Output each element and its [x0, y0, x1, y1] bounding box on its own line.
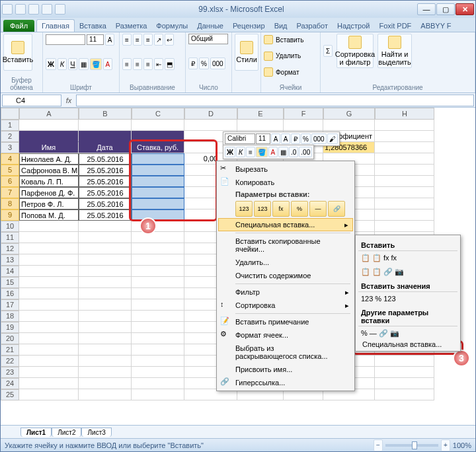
cell[interactable]	[375, 120, 434, 131]
row-header[interactable]: 2	[1, 131, 19, 142]
underline-button[interactable]: Ч	[68, 58, 77, 70]
sub-paste-0[interactable]: 📋	[361, 254, 370, 262]
row-header[interactable]: 10	[1, 221, 19, 232]
cell[interactable]	[19, 120, 79, 131]
cell[interactable]	[79, 333, 132, 344]
cell[interactable]	[237, 120, 284, 131]
cell[interactable]	[132, 266, 184, 277]
col-header[interactable]: A	[19, 108, 79, 120]
cell[interactable]	[19, 378, 79, 389]
ctx-cut[interactable]: ✂Вырезать	[218, 163, 353, 176]
mini-fill-icon[interactable]: 🪣	[256, 147, 268, 157]
sub-paste-4[interactable]: 📋	[361, 268, 370, 276]
tab-layout[interactable]: Разметка	[111, 20, 152, 32]
sub-val-0[interactable]: 123	[361, 295, 373, 303]
align-bot-icon[interactable]: ≡	[143, 34, 153, 46]
sort-filter-button[interactable]: Сортировка и фильтр	[337, 34, 374, 68]
row-header[interactable]: 23	[1, 367, 19, 378]
cell[interactable]	[184, 120, 237, 131]
mini-painter-icon[interactable]: 🖌	[327, 133, 338, 144]
cells-insert-button[interactable]: Вставить	[274, 34, 305, 46]
comma-icon[interactable]: 000	[210, 57, 225, 69]
qat-save-icon[interactable]	[15, 4, 26, 15]
cell[interactable]	[375, 187, 434, 198]
tab-home[interactable]: Главная	[36, 19, 75, 32]
row-header[interactable]: 21	[1, 344, 19, 356]
cell[interactable]	[375, 153, 434, 165]
sub-other-1[interactable]: —	[370, 329, 377, 338]
indent-dec-icon[interactable]: ⇤	[154, 58, 163, 70]
mini-dec-dec-icon[interactable]: .00	[299, 147, 312, 157]
cell[interactable]	[19, 333, 79, 344]
ctx-copy[interactable]: 📄Копировать	[218, 176, 353, 189]
qat-more-icon[interactable]	[55, 4, 65, 15]
ctx-hyperlink[interactable]: 🔗Гиперссылка...	[218, 376, 353, 389]
qat-undo-icon[interactable]	[28, 4, 39, 15]
col-header[interactable]: H	[375, 108, 434, 120]
cell[interactable]	[19, 254, 79, 266]
close-button[interactable]: ✕	[456, 3, 474, 15]
cell[interactable]: Попова М. Д.	[19, 209, 79, 221]
align-center-icon[interactable]: ≡	[133, 58, 142, 70]
tab-formulas[interactable]: Формулы	[151, 20, 192, 32]
cell[interactable]	[132, 322, 184, 333]
styles-button[interactable]: Стили	[235, 34, 258, 71]
mini-percent-icon[interactable]: %	[301, 133, 311, 144]
row-header[interactable]: 16	[1, 288, 19, 299]
paste-opt-0[interactable]: 123	[235, 201, 253, 217]
align-left-icon[interactable]: ≡	[122, 58, 132, 70]
cell[interactable]	[79, 232, 132, 243]
cell[interactable]	[19, 311, 79, 322]
sub-other-2[interactable]: 🔗	[379, 329, 388, 338]
font-color-button[interactable]: A	[103, 58, 112, 70]
mini-font-name[interactable]: Calibri	[225, 133, 255, 144]
row-header[interactable]: 24	[1, 378, 19, 389]
cell[interactable]	[132, 176, 184, 187]
cell[interactable]	[19, 356, 79, 367]
col-header[interactable]: E	[237, 108, 284, 120]
sheet-tab[interactable]: Лист2	[52, 428, 81, 437]
paste-button[interactable]: Вставить	[3, 34, 32, 71]
find-select-button[interactable]: Найти и выделить	[377, 34, 412, 68]
cell[interactable]	[79, 221, 132, 232]
cell[interactable]	[79, 288, 132, 299]
mini-shrink-font-icon[interactable]: A	[281, 133, 290, 144]
mini-border-icon[interactable]: ▦	[278, 147, 288, 157]
cells-delete-button[interactable]: Удалить	[274, 50, 302, 62]
ctx-insert-comment[interactable]: 📝Вставить примечание	[218, 315, 353, 328]
row-header[interactable]: 18	[1, 311, 19, 322]
cell[interactable]: Имя	[19, 142, 79, 153]
cell[interactable]	[375, 389, 434, 400]
sub-other-3[interactable]: 📷	[390, 329, 399, 338]
row-header[interactable]: 13	[1, 254, 19, 266]
cell[interactable]	[132, 120, 184, 131]
mini-bold-button[interactable]: Ж	[225, 147, 235, 157]
ctx-define-name[interactable]: Присвоить имя...	[218, 363, 353, 376]
row-header[interactable]: 14	[1, 266, 19, 277]
row-header[interactable]: 8	[1, 198, 19, 209]
row-header[interactable]: 4	[1, 153, 19, 165]
cell[interactable]	[132, 131, 184, 142]
cell[interactable]	[132, 378, 184, 389]
row-header[interactable]: 22	[1, 356, 19, 367]
cell[interactable]	[132, 187, 184, 198]
name-box[interactable]: C4	[2, 94, 61, 106]
merge-button[interactable]: ⬒	[165, 58, 175, 70]
cell[interactable]: Николаев А. Д.	[19, 153, 79, 165]
ctx-filter[interactable]: Фильтр▸	[218, 285, 353, 299]
cell[interactable]	[79, 322, 132, 333]
mini-font-size[interactable]: 11	[256, 133, 270, 144]
cell[interactable]	[19, 299, 79, 311]
cell[interactable]: 25.05.2016	[79, 187, 132, 198]
cell[interactable]	[132, 254, 184, 266]
cell[interactable]	[132, 198, 184, 209]
cell[interactable]	[132, 277, 184, 288]
row-header[interactable]: 1	[1, 120, 19, 131]
italic-button[interactable]: К	[58, 58, 67, 70]
paste-opt-2[interactable]: fx	[272, 201, 290, 217]
mini-currency-icon[interactable]: ₽	[291, 133, 300, 144]
sub-paste-5[interactable]: 📋	[372, 268, 381, 276]
align-mid-icon[interactable]: ≡	[133, 34, 142, 46]
row-header[interactable]: 7	[1, 187, 19, 198]
cell[interactable]	[19, 367, 79, 378]
